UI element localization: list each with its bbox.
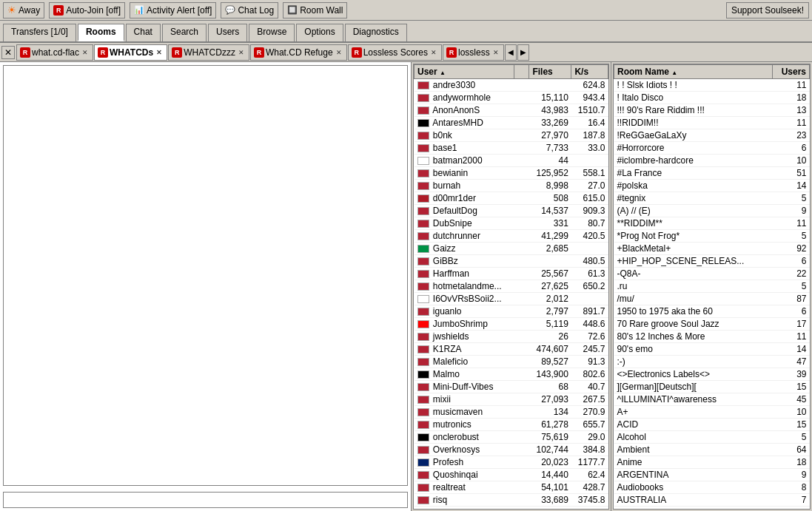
- users-col-user[interactable]: User ▲: [415, 65, 514, 79]
- table-row[interactable]: Harffman 25,567 61.3: [415, 268, 608, 280]
- list-item[interactable]: *Prog Not Frog* 5: [614, 230, 810, 243]
- chat-input[interactable]: [3, 492, 408, 508]
- table-row[interactable]: Maleficio 89,527 91.3: [415, 356, 608, 368]
- list-item[interactable]: AUSTRALIA 7: [614, 494, 810, 507]
- list-item[interactable]: 1950 to 1975 aka the 60 6: [614, 305, 810, 318]
- list-item[interactable]: 70 Rare groove Soul Jazz 17: [614, 318, 810, 331]
- away-button[interactable]: ☀ Away: [3, 2, 44, 18]
- list-item[interactable]: Avantgarde 13: [614, 507, 810, 510]
- room-col-name[interactable]: Room Name ▲: [614, 65, 773, 79]
- tab-search[interactable]: Search: [162, 24, 207, 41]
- support-button[interactable]: Support Soulseek!: [726, 2, 809, 18]
- list-item[interactable]: Anime 18: [614, 456, 810, 469]
- list-item[interactable]: Audiobooks 8: [614, 481, 810, 494]
- room-list-table[interactable]: Room Name ▲ Users ! ! Slsk Idiots ! ! 11…: [613, 64, 811, 510]
- table-row[interactable]: d00mr1der 508 615.0: [415, 192, 608, 205]
- table-row[interactable]: I6OvVRsBSoii2... 2,012: [415, 293, 608, 305]
- table-row[interactable]: Overknosys 102,744 384.8: [415, 444, 608, 456]
- table-row[interactable]: Malmo 143,900 802.6: [415, 368, 608, 381]
- room-tab-5[interactable]: R lossless ✕: [443, 44, 504, 61]
- close-all-rooms-button[interactable]: ✕: [1, 46, 15, 59]
- table-row[interactable]: mixii 27,093 267.5: [415, 393, 608, 406]
- table-row[interactable]: burnah 8,998 27.0: [415, 180, 608, 192]
- tab-chat[interactable]: Chat: [126, 24, 161, 41]
- room-tab-4[interactable]: R Lossless Scores ✕: [348, 44, 442, 61]
- list-item[interactable]: ! ! Slsk Idiots ! ! 11: [614, 79, 810, 92]
- table-row[interactable]: Quoshinqai 14,440 62.4: [415, 469, 608, 481]
- room-tab-close-3[interactable]: ✕: [335, 48, 343, 57]
- list-item[interactable]: ! Italo Disco 18: [614, 92, 810, 104]
- table-row[interactable]: K1RZA 474,607 245.7: [415, 343, 608, 356]
- list-item[interactable]: ACID 15: [614, 419, 810, 431]
- list-item[interactable]: !!! 90's Rare Riddim !!! 13: [614, 104, 810, 117]
- table-row[interactable]: mutronics 61,278 655.7: [415, 419, 608, 431]
- list-item[interactable]: **RIDDIM** 11: [614, 217, 810, 230]
- chat-log-button[interactable]: 💬 Chat Log: [221, 2, 278, 18]
- users-col-flag[interactable]: [514, 65, 529, 79]
- table-row[interactable]: AnonAnonS 43,983 1510.7: [415, 104, 608, 117]
- table-row[interactable]: GiBBz 480.5: [415, 255, 608, 268]
- table-row[interactable]: DubSnipe 331 80.7: [415, 217, 608, 230]
- tab-options[interactable]: Options: [296, 24, 343, 41]
- list-item[interactable]: +BlackMetal+ 92: [614, 243, 810, 255]
- list-item[interactable]: 80's 12 Inches & More 11: [614, 331, 810, 343]
- chat-messages[interactable]: [3, 65, 408, 486]
- list-item[interactable]: ][German][Deutsch][ 15: [614, 381, 810, 393]
- activity-alert-button[interactable]: 📊 Activity Alert [off]: [130, 2, 216, 18]
- list-item[interactable]: !ReGGaeGaLaXy 23: [614, 129, 810, 142]
- room-tab-close-2[interactable]: ✕: [237, 48, 246, 57]
- tab-users[interactable]: Users: [208, 24, 247, 41]
- table-row[interactable]: batman2000 44: [415, 155, 608, 167]
- list-item[interactable]: ^ILLUMINATI^awareness 45: [614, 393, 810, 406]
- list-item[interactable]: #polska 14: [614, 180, 810, 192]
- table-row[interactable]: b0nk 27,970 187.8: [415, 129, 608, 142]
- list-item[interactable]: #Horrorcore 6: [614, 142, 810, 155]
- tab-browse[interactable]: Browse: [249, 24, 295, 41]
- table-row[interactable]: Profesh 20,023 1177.7: [415, 456, 608, 469]
- list-item[interactable]: #iclombre-hardcore 10: [614, 155, 810, 167]
- list-item[interactable]: 90's emo 14: [614, 343, 810, 356]
- list-item[interactable]: /mu/ 87: [614, 293, 810, 305]
- room-tab-close-0[interactable]: ✕: [81, 48, 90, 57]
- list-item[interactable]: ARGENTINA 9: [614, 469, 810, 481]
- table-row[interactable]: base1 7,733 33.0: [415, 142, 608, 155]
- table-row[interactable]: andre3030 624.8: [415, 79, 608, 92]
- room-tab-close-4[interactable]: ✕: [429, 48, 438, 57]
- tab-transfers[interactable]: Transfers [1/0]: [3, 24, 76, 41]
- table-row[interactable]: bewianin 125,952 558.1: [415, 167, 608, 180]
- room-col-users[interactable]: Users: [772, 65, 809, 79]
- users-col-files[interactable]: Files: [529, 65, 571, 79]
- list-item[interactable]: #tegnix 5: [614, 192, 810, 205]
- table-row[interactable]: Mini-Duff-Vibes 68 40.7: [415, 381, 608, 393]
- room-tab-close-1[interactable]: ✕: [155, 48, 164, 57]
- table-row[interactable]: JumboShrimp 5,119 448.6: [415, 318, 608, 331]
- room-tab-0[interactable]: R what.cd-flac ✕: [16, 44, 93, 61]
- users-col-ks[interactable]: K/s: [571, 65, 608, 79]
- autojoin-button[interactable]: R Auto-Join [off]: [49, 2, 125, 18]
- list-item[interactable]: !!RIDDIM!! 11: [614, 117, 810, 129]
- nav-next-button[interactable]: ▶: [517, 44, 529, 61]
- list-item[interactable]: .ru 5: [614, 280, 810, 293]
- users-table[interactable]: User ▲ Files K/s andre3030 624.8 andywor…: [413, 64, 609, 510]
- room-tab-close-5[interactable]: ✕: [491, 48, 500, 57]
- table-row[interactable]: hotmetalandme... 27,625 650.2: [415, 280, 608, 293]
- list-item[interactable]: #La France 51: [614, 167, 810, 180]
- table-row[interactable]: dutchrunner 41,299 420.5: [415, 230, 608, 243]
- table-row[interactable]: risq 33,689 3745.8: [415, 494, 608, 507]
- room-tab-1[interactable]: R WHATCDs ✕: [94, 44, 167, 61]
- list-item[interactable]: Ambient 64: [614, 444, 810, 456]
- table-row[interactable]: jwshields 26 72.6: [415, 331, 608, 343]
- table-row[interactable]: Gaizz 2,685: [415, 243, 608, 255]
- room-tab-3[interactable]: R What.CD Refuge ✕: [250, 44, 347, 61]
- table-row[interactable]: andywormhole 15,110 943.4: [415, 92, 608, 104]
- table-row[interactable]: iguanlo 2,797 891.7: [415, 305, 608, 318]
- list-item[interactable]: :-) 47: [614, 356, 810, 368]
- nav-prev-button[interactable]: ◀: [505, 44, 517, 61]
- list-item[interactable]: (A) // (E) 9: [614, 205, 810, 217]
- table-row[interactable]: realtreat 54,101 428.7: [415, 481, 608, 494]
- list-item[interactable]: -Q8A- 22: [614, 268, 810, 280]
- list-item[interactable]: A+ 10: [614, 406, 810, 419]
- list-item[interactable]: +HIP_HOP_SCENE_RELEAS... 6: [614, 255, 810, 268]
- table-row[interactable]: Rowdy Roddy ... 950 495.2: [415, 507, 608, 510]
- tab-rooms[interactable]: Rooms: [78, 24, 124, 41]
